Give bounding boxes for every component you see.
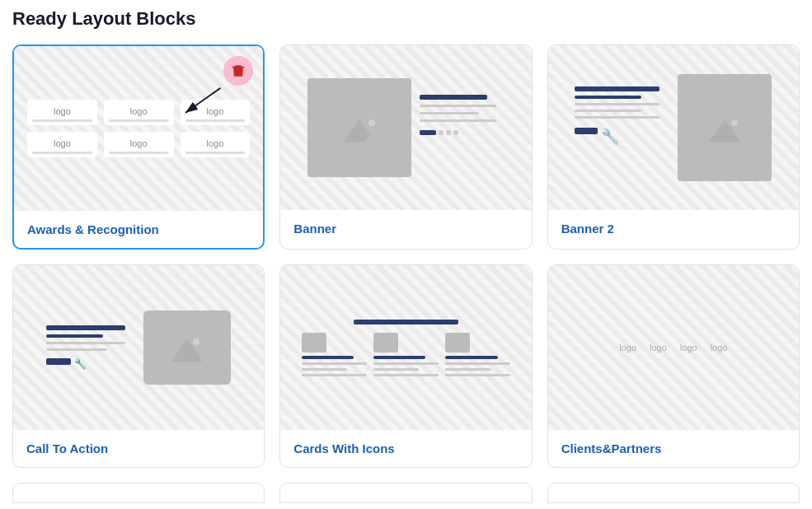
partial-card-1 (12, 483, 265, 503)
logo-text-5: logo (130, 138, 148, 148)
cta-subtitle-line (46, 334, 103, 338)
banner2-body-line-1 (575, 103, 659, 105)
svg-point-8 (193, 339, 199, 345)
card-label-cards-icons: Cards With Icons (280, 430, 531, 467)
page-title: Ready Layout Blocks (12, 8, 800, 30)
card-awards-recognition[interactable]: logo logo logo logo logo (12, 44, 265, 250)
card-item-body-2c (373, 374, 439, 376)
banner-text-content (420, 78, 505, 177)
logo-text-4: logo (54, 138, 71, 148)
banner2-mountain-icon (700, 111, 749, 144)
card-label-banner2: Banner 2 (548, 210, 799, 247)
cta-body-line-1 (46, 342, 124, 344)
logo-text-1: logo (54, 106, 71, 116)
bottom-partial-row (12, 483, 800, 503)
banner-body-line-3 (420, 119, 496, 122)
logo-cell-2: logo (104, 100, 174, 125)
card-preview-cta: 🔧 (13, 265, 264, 430)
card-label-clients: Clients&Partners (548, 430, 799, 467)
cta-icon: 🔧 (74, 358, 87, 370)
banner-dot-2 (446, 130, 451, 135)
clients-logos-row: logo logo logo logo (548, 326, 799, 369)
banner-cta-dots (420, 130, 505, 135)
card-banner[interactable]: Banner (279, 44, 532, 250)
logo-line-4 (32, 152, 92, 154)
card-item-body-3a (445, 362, 510, 365)
banner2-image-placeholder (678, 74, 772, 181)
client-logo-3: logo (680, 343, 697, 353)
logo-text-3: logo (207, 106, 224, 116)
card-item-2 (373, 333, 439, 376)
logo-text-6: logo (207, 138, 224, 148)
card-item-body-3b (445, 368, 491, 371)
logo-cell-1: logo (27, 100, 97, 125)
card-cta[interactable]: 🔧 Call To Action (12, 264, 265, 468)
awards-logos-grid: logo logo logo logo logo (14, 86, 263, 170)
logo-line-2 (109, 119, 169, 122)
banner-body-line-2 (420, 112, 479, 114)
banner-title-line (420, 95, 487, 100)
logo-cell-6: logo (181, 132, 251, 157)
card-label-banner: Banner (280, 210, 531, 247)
cta-image-placeholder (143, 311, 231, 385)
client-logo-2: logo (650, 343, 667, 353)
card-cards-with-icons[interactable]: Cards With Icons (279, 264, 532, 468)
card-preview-clients: logo logo logo logo (548, 265, 799, 430)
svg-point-4 (368, 119, 375, 126)
partial-card-2 (279, 483, 532, 503)
client-logo-4: logo (711, 343, 728, 353)
logo-line-5 (109, 152, 169, 154)
card-item-body-2b (373, 368, 420, 371)
delete-button[interactable] (223, 56, 253, 86)
card-item-body-1c (302, 374, 367, 376)
banner2-subtitle-line (575, 96, 641, 99)
cta-title-line (46, 325, 124, 330)
cta-button-area: 🔧 (46, 358, 134, 370)
card-item-body-2a (373, 362, 439, 365)
banner2-text-content: 🔧 (575, 74, 669, 181)
cta-mountain-icon (165, 332, 210, 363)
card-preview-awards: logo logo logo logo logo (14, 46, 263, 211)
banner2-title-line (575, 86, 659, 91)
logo-line-3 (185, 119, 246, 122)
banner-dot-active (420, 130, 436, 135)
card-clients-partners[interactable]: logo logo logo logo Clients&Partners (547, 264, 800, 468)
card-item-title-2 (373, 356, 425, 359)
card-item-title-3 (445, 356, 497, 359)
banner2-preview-content: 🔧 (566, 66, 780, 189)
logo-cell-3: logo (181, 100, 251, 125)
banner2-cta-area: 🔧 (575, 128, 669, 146)
banner-dot-3 (453, 130, 458, 135)
card-label-awards: Awards & Recognition (14, 211, 263, 248)
layout-blocks-grid: logo logo logo logo logo (12, 44, 800, 468)
cards-icons-content (293, 311, 519, 385)
svg-point-6 (731, 119, 738, 126)
card-label-cta: Call To Action (13, 430, 264, 467)
banner-preview-content (299, 70, 513, 185)
card-icon-1 (302, 333, 326, 353)
client-logo-1: logo (619, 343, 636, 353)
banner2-body-line-2 (575, 110, 641, 112)
card-item-3 (445, 333, 510, 376)
logo-text-2: logo (130, 106, 148, 116)
cta-preview-content: 🔧 (38, 302, 238, 393)
logo-cell-4: logo (27, 132, 97, 157)
banner2-cta-btn (575, 128, 598, 134)
card-preview-banner (280, 45, 531, 210)
card-item-body-1a (302, 362, 367, 365)
partial-card-3 (547, 483, 800, 503)
cta-body-line-2 (46, 348, 107, 351)
card-item-1 (302, 333, 367, 376)
card-preview-banner2: 🔧 (548, 45, 799, 210)
card-item-body-3c (445, 374, 510, 376)
card-icon-2 (373, 333, 398, 353)
cards-items-row (302, 333, 511, 376)
cta-text-content: 🔧 (46, 325, 134, 370)
logo-line-6 (185, 152, 246, 154)
card-item-body-1b (302, 368, 348, 371)
cta-btn (46, 358, 71, 365)
banner-body-line-1 (420, 105, 496, 107)
banner2-body-line-3 (575, 116, 659, 119)
banner-image-placeholder (307, 78, 411, 177)
card-banner2[interactable]: 🔧 Banner 2 (547, 44, 800, 250)
